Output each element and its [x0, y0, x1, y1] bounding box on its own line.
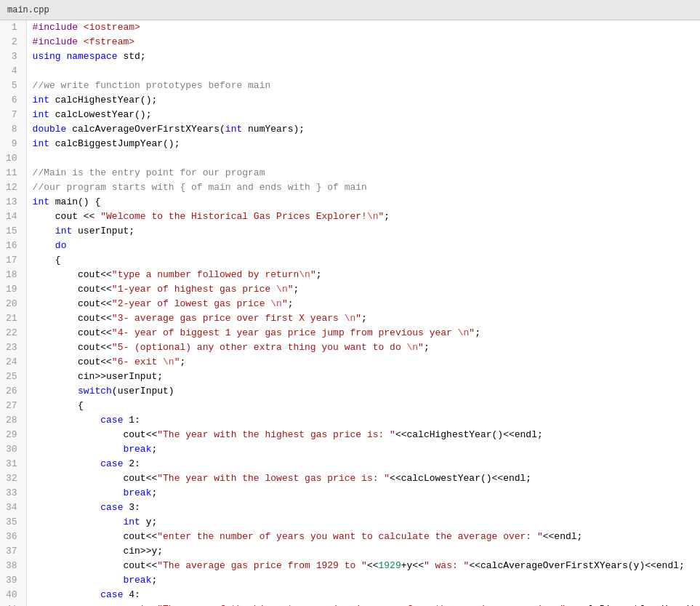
line-number: 6 — [0, 93, 26, 108]
line-content: cout<<"5- (optional) any other extra thi… — [26, 340, 700, 355]
line-number: 14 — [0, 210, 26, 224]
line-content: int main() { — [26, 195, 700, 210]
line-number: 33 — [0, 486, 26, 501]
table-row: 27 { — [0, 399, 700, 413]
table-row: 7int calcLowestYear(); — [0, 108, 700, 122]
table-row: 10 — [0, 151, 700, 166]
file-title: main.cpp — [7, 5, 49, 15]
table-row: 19 cout<<"1-year of highest gas price \n… — [0, 282, 700, 297]
table-row: 17 { — [0, 253, 700, 268]
table-row: 1#include <iostream> — [0, 20, 700, 35]
line-number: 18 — [0, 268, 26, 282]
line-content: do — [26, 239, 700, 253]
line-content: cout<<"enter the number of years you wan… — [26, 530, 700, 544]
line-content: break; — [26, 442, 700, 457]
line-content: { — [26, 399, 700, 413]
table-row: 40 case 4: — [0, 588, 700, 602]
line-content: cout<<"The year with the lowest gas pric… — [26, 471, 700, 486]
table-row: 32 cout<<"The year with the lowest gas p… — [0, 471, 700, 486]
table-row: 15 int userInput; — [0, 224, 700, 239]
table-row: 33 break; — [0, 486, 700, 501]
table-row: 21 cout<<"3- average gas price over firs… — [0, 311, 700, 326]
table-row: 36 cout<<"enter the number of years you … — [0, 530, 700, 544]
line-number: 29 — [0, 428, 26, 442]
table-row: 4 — [0, 64, 700, 79]
line-number: 19 — [0, 282, 26, 297]
line-content: #include <fstream> — [26, 35, 700, 49]
table-row: 29 cout<<"The year with the highest gas … — [0, 428, 700, 442]
line-content: int calcHighestYear(); — [26, 93, 700, 108]
line-content: cout<<"2-year of lowest gas price \n"; — [26, 297, 700, 311]
table-row: 18 cout<<"type a number followed by retu… — [0, 268, 700, 282]
line-number: 5 — [0, 79, 26, 93]
line-content: case 1: — [26, 413, 700, 428]
line-content: int userInput; — [26, 224, 700, 239]
line-number: 11 — [0, 166, 26, 180]
table-row: 12//our program starts with { of main an… — [0, 180, 700, 195]
line-number: 27 — [0, 399, 26, 413]
table-row: 26 switch(userInput) — [0, 384, 700, 399]
line-number: 32 — [0, 471, 26, 486]
line-content — [26, 64, 700, 79]
line-number: 21 — [0, 311, 26, 326]
line-content: { — [26, 253, 700, 268]
line-number: 3 — [0, 49, 26, 64]
line-content: #include <iostream> — [26, 20, 700, 35]
line-number: 17 — [0, 253, 26, 268]
line-number: 34 — [0, 501, 26, 515]
line-number: 9 — [0, 137, 26, 151]
table-row: 20 cout<<"2-year of lowest gas price \n"… — [0, 297, 700, 311]
title-bar: main.cpp — [0, 0, 700, 20]
table-row: 11//Main is the entry point for our prog… — [0, 166, 700, 180]
table-row: 28 case 1: — [0, 413, 700, 428]
line-number: 35 — [0, 515, 26, 530]
line-content: cout << "Welcome to the Historical Gas P… — [26, 210, 700, 224]
line-number: 36 — [0, 530, 26, 544]
line-content: int calcBiggestJumpYear(); — [26, 137, 700, 151]
line-number: 30 — [0, 442, 26, 457]
table-row: 23 cout<<"5- (optional) any other extra … — [0, 340, 700, 355]
table-row: 2#include <fstream> — [0, 35, 700, 49]
line-content: double calcAverageOverFirstXYears(int nu… — [26, 122, 700, 137]
line-content: cout<<"The average gas price from 1929 t… — [26, 559, 700, 573]
table-row: 24 cout<<"6- exit \n"; — [0, 355, 700, 370]
line-content: cout<<"The year with the highest gas pri… — [26, 428, 700, 442]
table-row: 13int main() { — [0, 195, 700, 210]
line-number: 8 — [0, 122, 26, 137]
line-number: 12 — [0, 180, 26, 195]
code-editor: 1#include <iostream>2#include <fstream>3… — [0, 20, 700, 606]
line-number: 20 — [0, 297, 26, 311]
line-content: cout<<"The year of the biggest gas price… — [26, 602, 700, 606]
table-row: 41 cout<<"The year of the biggest gas pr… — [0, 602, 700, 606]
table-row: 38 cout<<"The average gas price from 192… — [0, 559, 700, 573]
line-content: case 3: — [26, 501, 700, 515]
table-row: 31 case 2: — [0, 457, 700, 471]
line-content: break; — [26, 573, 700, 588]
line-content: cout<<"1-year of highest gas price \n"; — [26, 282, 700, 297]
table-row: 9int calcBiggestJumpYear(); — [0, 137, 700, 151]
line-number: 38 — [0, 559, 26, 573]
line-content: cin>>y; — [26, 544, 700, 559]
line-number: 40 — [0, 588, 26, 602]
table-row: 37 cin>>y; — [0, 544, 700, 559]
line-content: //we write function prototypes before ma… — [26, 79, 700, 93]
line-content: cin>>userInput; — [26, 370, 700, 384]
line-content: break; — [26, 486, 700, 501]
line-content: case 2: — [26, 457, 700, 471]
line-number: 41 — [0, 602, 26, 606]
table-row: 5//we write function prototypes before m… — [0, 79, 700, 93]
line-content: //Main is the entry point for our progra… — [26, 166, 700, 180]
line-number: 10 — [0, 151, 26, 166]
line-number: 13 — [0, 195, 26, 210]
line-content: using namespace std; — [26, 49, 700, 64]
line-number: 2 — [0, 35, 26, 49]
line-number: 39 — [0, 573, 26, 588]
line-number: 7 — [0, 108, 26, 122]
line-content: int y; — [26, 515, 700, 530]
table-row: 14 cout << "Welcome to the Historical Ga… — [0, 210, 700, 224]
line-content: cout<<"type a number followed by return\… — [26, 268, 700, 282]
line-content: cout<<"6- exit \n"; — [26, 355, 700, 370]
line-number: 15 — [0, 224, 26, 239]
table-row: 34 case 3: — [0, 501, 700, 515]
line-content: case 4: — [26, 588, 700, 602]
